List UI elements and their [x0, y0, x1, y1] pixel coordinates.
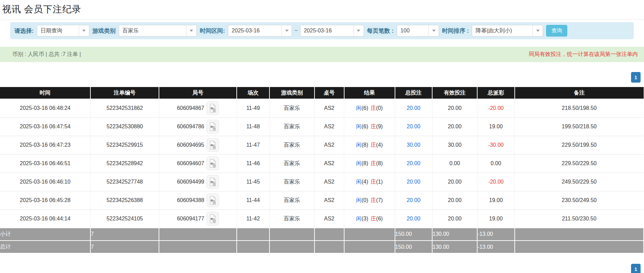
bet-records-table: 时间 注单编号 局号 场次 游戏类别 桌号 结果 总投注 有效投注 总派彩 备注…	[0, 87, 644, 254]
video-replay-button[interactable]	[207, 212, 219, 226]
cell-session: 11-47	[237, 136, 269, 154]
col-bet-id: 注单编号	[90, 87, 159, 99]
date-query-type-select[interactable]: 日期查询	[37, 25, 89, 37]
cell-time: 2025-03-16 06:47:23	[0, 136, 90, 154]
cell-result: 闲(6)庄(0)	[344, 99, 395, 117]
col-result: 结果	[344, 87, 395, 99]
result-banker-label: 庄	[371, 160, 376, 166]
cell-table-no: AS2	[314, 99, 344, 117]
video-replay-button[interactable]	[207, 193, 219, 207]
cell-payout: 19.00	[477, 117, 514, 136]
cell-session: 11-49	[237, 99, 269, 117]
cell-payout: 19.00	[477, 191, 514, 210]
col-game-type: 游戏类别	[269, 87, 314, 99]
cell-time: 2025-03-16 06:46:10	[0, 173, 90, 191]
col-total-bet: 总投注	[395, 87, 432, 99]
date-from-select[interactable]: 2025-03-16	[228, 25, 292, 37]
total-label: 总计	[0, 241, 90, 253]
result-player-label: 闲	[356, 197, 362, 203]
cell-valid-bet: 20.00	[432, 173, 477, 191]
cell-session: 11-48	[237, 117, 269, 136]
title-divider	[0, 19, 644, 20]
subtotal-count: 7	[90, 228, 159, 241]
col-payout: 总派彩	[477, 87, 514, 99]
cell-bet-id: 522342531862	[90, 99, 159, 117]
cell-game-type: 百家乐	[269, 99, 314, 117]
cell-valid-bet: 20.00	[432, 117, 477, 136]
cell-round-id: 606094388	[159, 191, 237, 210]
total-bet-link[interactable]: 20.00	[407, 124, 420, 129]
total-bet-link[interactable]: 20.00	[407, 216, 420, 221]
game-type-select[interactable]: 百家乐	[119, 25, 197, 37]
cell-table-no: AS2	[314, 154, 344, 173]
round-number: 606094607	[177, 160, 204, 167]
cell-table-no: AS2	[314, 191, 344, 210]
currency-total-text: 币别 : 人民币 | 总共 :7 注单 |	[12, 51, 81, 58]
filter-bar: 请选择: 日期查询 游戏类别 百家乐 时间区间: 2025-03-16 ~ 20…	[10, 22, 634, 39]
round-number: 606094499	[177, 179, 204, 185]
cell-table-no: AS2	[314, 136, 344, 154]
cell-total-bet: 20.00	[395, 173, 432, 191]
search-button[interactable]: 查询	[546, 25, 567, 37]
cell-payout: -20.00	[477, 99, 514, 117]
cell-game-type: 百家乐	[269, 136, 314, 154]
total-row: 总计 7 150.00 130.00 -13.00	[0, 241, 644, 253]
result-banker-label: 庄	[371, 197, 376, 203]
subtotal-row: 小计 7 150.00 130.00 -13.00	[0, 228, 644, 241]
cell-game-type: 百家乐	[269, 210, 314, 228]
round-number: 606094786	[177, 124, 204, 130]
choose-label: 请选择:	[14, 27, 34, 35]
cell-valid-bet: 20.00	[432, 210, 477, 228]
chevron-down-icon	[353, 25, 364, 36]
date-to-select[interactable]: 2025-03-16	[300, 25, 364, 37]
page-1-button[interactable]: 1	[631, 264, 641, 273]
cell-result: 闲(6)庄(9)	[344, 117, 395, 136]
video-replay-button[interactable]	[207, 175, 219, 189]
result-banker-score: (1)	[376, 179, 383, 185]
total-total-bet: 150.00	[395, 241, 432, 253]
total-bet-link[interactable]: 20.00	[407, 197, 420, 203]
video-replay-button[interactable]	[207, 157, 219, 170]
result-player-score: (4)	[362, 179, 368, 185]
game-type-label: 游戏类别	[92, 27, 116, 35]
video-replay-button[interactable]	[207, 101, 219, 115]
cell-note: 229.50/229.50	[515, 154, 644, 173]
total-bet-link[interactable]: 20.00	[407, 105, 420, 111]
total-bet-link[interactable]: 20.00	[407, 160, 420, 166]
subtotal-payout: -13.00	[477, 228, 514, 241]
result-player-label: 闲	[356, 179, 362, 185]
cell-bet-id: 522342524105	[90, 210, 159, 228]
cell-payout: 19.00	[477, 210, 514, 228]
result-player-label: 闲	[356, 160, 362, 166]
cell-game-type: 百家乐	[269, 154, 314, 173]
cell-result: 闲(8)庄(4)	[344, 136, 395, 154]
cell-session: 11-46	[237, 154, 269, 173]
cell-bet-id: 522342528942	[90, 154, 159, 173]
video-replay-button[interactable]	[207, 120, 219, 133]
cell-total-bet: 20.00	[395, 117, 432, 136]
cell-round-id: 606094607	[159, 154, 237, 173]
cell-round-id: 606094695	[159, 136, 237, 154]
date-range-separator: ~	[294, 28, 297, 34]
video-replay-button[interactable]	[207, 138, 219, 152]
cell-total-bet: 20.00	[395, 154, 432, 173]
result-banker-label: 庄	[371, 179, 376, 185]
total-bet-link[interactable]: 20.00	[407, 179, 420, 185]
result-banker-score: (7)	[376, 197, 383, 203]
cell-time: 2025-03-16 06:46:51	[0, 154, 90, 173]
page-1-button[interactable]: 1	[631, 72, 641, 83]
cell-note: 211.50/230.50	[515, 210, 644, 228]
summary-bar: 币别 : 人民币 | 总共 :7 注单 | 同局有效投注，统一计算在该局第一张注…	[0, 47, 644, 62]
page-size-select[interactable]: 100	[397, 25, 439, 37]
table-row: 2025-03-16 06:47:23 522342529915 6060946…	[0, 136, 644, 154]
sort-order-select[interactable]: 降幂(由大到小)	[472, 25, 543, 37]
cell-payout: 0.00	[477, 154, 514, 173]
result-player-score: (8)	[362, 142, 368, 148]
cell-result: 闲(0)庄(7)	[344, 191, 395, 210]
cell-table-no: AS2	[314, 210, 344, 228]
total-bet-link[interactable]: 30.00	[407, 142, 420, 148]
cell-note: 199.50/218.50	[515, 117, 644, 136]
result-player-score: (0)	[362, 197, 368, 203]
chevron-down-icon	[532, 25, 543, 36]
chevron-down-icon	[428, 25, 439, 36]
